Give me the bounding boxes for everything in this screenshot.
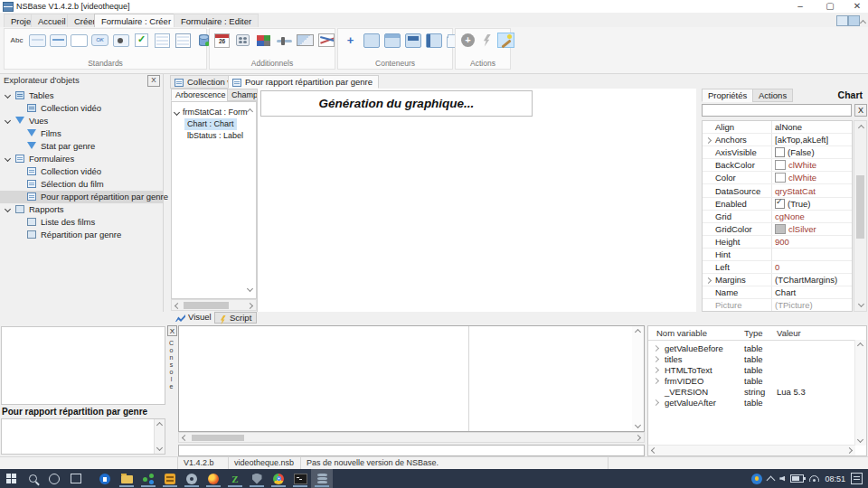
property-row-left[interactable]: Left0 — [703, 261, 852, 274]
label-tool-icon[interactable]: Abc — [8, 33, 25, 48]
col-type[interactable]: Type — [744, 328, 763, 338]
minimize-button[interactable]: – — [788, 0, 812, 13]
tab-formulaire-creer[interactable]: Formulaire : Créer — [94, 14, 178, 27]
property-row-align[interactable]: AlignalNone — [703, 121, 852, 134]
header-panel-icon[interactable] — [404, 33, 421, 48]
report-preview-panel[interactable] — [1, 326, 165, 405]
tree-item-films[interactable]: Films — [0, 127, 163, 140]
checkbox-checked[interactable] — [775, 199, 785, 209]
taskbar-app-firefox[interactable] — [203, 469, 224, 488]
tree-item-pour-rapport-repartition[interactable]: Pour rapport répartition par genre — [0, 191, 163, 203]
start-button[interactable] — [0, 469, 22, 488]
chart-tool-icon[interactable] — [317, 33, 335, 48]
tab-formulaire-editer[interactable]: Formulaire : Editer — [174, 14, 259, 27]
console-label[interactable]: Console — [168, 340, 175, 390]
tree-item-lbstatus[interactable]: lbStatus : Label — [187, 130, 243, 142]
taskbar-app-green-z[interactable]: Z — [224, 469, 246, 488]
taskbar-app-terminal[interactable] — [289, 469, 311, 488]
property-row-hint[interactable]: Hint — [703, 249, 852, 261]
variable-row[interactable]: getValueAftertable — [648, 398, 866, 408]
property-row-backcolor[interactable]: BackColorclWhite — [703, 159, 852, 172]
bottom-notes-panel[interactable] — [1, 418, 165, 455]
tree-item-vues[interactable]: Vues — [0, 115, 163, 127]
property-row-anchors[interactable]: Anchors[akTop,akLeft] — [703, 134, 852, 146]
variables-h-scrollbar[interactable] — [648, 445, 855, 455]
taskbar-app-explorer[interactable] — [116, 469, 137, 488]
property-row-height[interactable]: Height900 — [703, 236, 852, 249]
edit-field-icon[interactable] — [29, 33, 46, 48]
tree-item-formulaires[interactable]: Formulaires — [0, 153, 163, 165]
button-grid-icon[interactable] — [234, 33, 251, 48]
checkbox-unchecked[interactable] — [775, 147, 785, 157]
notes-scrollbar[interactable] — [154, 419, 165, 454]
property-search-input[interactable] — [702, 104, 852, 117]
slider-icon[interactable] — [276, 33, 293, 48]
list-box-icon[interactable] — [175, 33, 192, 48]
tree-item-collection-video-table[interactable]: Collection vidéo — [0, 102, 163, 115]
tree-item-rapports[interactable]: Rapports — [0, 203, 163, 216]
tree-scroll-down-icon[interactable] — [247, 286, 253, 292]
tree-item-selection-du-film[interactable]: Sélection du film — [0, 178, 163, 191]
property-row-enabled[interactable]: Enabled(True) — [703, 198, 852, 211]
wizard-action-icon[interactable] — [497, 33, 514, 48]
property-row-name[interactable]: NameChart — [703, 286, 852, 299]
script-editor[interactable] — [178, 325, 645, 432]
tray-clock[interactable]: 08:51 — [825, 474, 845, 483]
maximize-button[interactable]: ▢ — [818, 0, 842, 13]
group-box-icon[interactable] — [71, 33, 88, 48]
col-nom-variable[interactable]: Nom variable — [656, 328, 707, 338]
button-ok-icon[interactable]: OK — [91, 33, 108, 48]
tray-battery-icon[interactable] — [790, 474, 804, 483]
side-panel-icon[interactable] — [425, 33, 442, 48]
search-icon[interactable] — [22, 469, 43, 488]
tray-help-icon[interactable] — [751, 474, 762, 484]
console-close-button[interactable]: X — [167, 325, 177, 336]
editor-h-scrollbar[interactable] — [178, 432, 645, 443]
taskbar-app-nsbase[interactable] — [311, 469, 333, 488]
script-action-icon[interactable] — [478, 33, 495, 48]
doc-tab-pour-rapport[interactable]: Pour rapport répartition par genre — [228, 75, 379, 89]
variable-row[interactable]: _VERSIONstringLua 5.3 — [648, 387, 866, 398]
variable-row[interactable]: frmVIDEOtable — [648, 376, 866, 387]
calendar-icon[interactable]: 26 — [213, 33, 231, 48]
variable-row[interactable]: HTMLToTexttable — [648, 365, 866, 376]
variable-row[interactable]: getValueBeforetable — [648, 343, 866, 354]
checkbox-tool-icon[interactable] — [133, 33, 150, 48]
window-layout-icon[interactable] — [848, 15, 860, 26]
explorer-close-button[interactable]: X — [147, 75, 160, 87]
add-container-icon[interactable]: + — [342, 33, 359, 48]
editor-command-line[interactable] — [178, 445, 645, 456]
tree-item-stat-par-genre[interactable]: Stat par genre — [0, 140, 163, 153]
image-box-icon[interactable] — [297, 33, 314, 48]
tree-item-tables[interactable]: Tables — [0, 89, 163, 102]
property-search-clear-button[interactable]: X — [854, 104, 867, 117]
close-button[interactable]: ✕ — [845, 0, 868, 13]
editor-v-scrollbar[interactable] — [632, 326, 644, 431]
tree-item-liste-des-films[interactable]: Liste des films — [0, 216, 163, 229]
tree-item-repartition-par-genre[interactable]: Répartition par genre — [0, 229, 163, 241]
taskbar-app-lock[interactable] — [94, 469, 116, 488]
save-icon[interactable] — [836, 15, 848, 26]
property-row-datasource[interactable]: DataSourceqryStatCat — [703, 184, 852, 197]
tray-hidden-icons-chevron[interactable] — [767, 475, 776, 484]
structure-h-scrollbar[interactable] — [171, 299, 257, 311]
variable-row[interactable]: titlestable — [648, 354, 866, 365]
tab-proprietes[interactable]: Propriétés — [702, 89, 753, 102]
tab-arborescence[interactable]: Arborescence — [171, 89, 231, 101]
property-row-margins[interactable]: Margins(TChartMargins) — [703, 274, 852, 286]
tab-visuel[interactable]: Visuel — [174, 312, 216, 324]
taskbar-app-share[interactable] — [137, 469, 159, 488]
color-panel-icon[interactable] — [255, 33, 272, 48]
tray-network-icon[interactable] — [809, 475, 819, 482]
cortana-icon[interactable] — [43, 469, 65, 488]
string-grid-icon[interactable] — [154, 33, 171, 48]
property-row-gridcolor[interactable]: GridColorclSilver — [703, 223, 852, 236]
add-action-icon[interactable]: + — [459, 33, 476, 48]
taskbar-app-tiger[interactable] — [159, 469, 181, 488]
property-row-axisvisible[interactable]: AxisVisible(False) — [703, 146, 852, 159]
tray-volume-muted-icon[interactable]: × — [779, 475, 785, 482]
taskbar-app-defender[interactable] — [246, 469, 268, 488]
tree-item-chart[interactable]: Chart : Chart — [184, 118, 237, 130]
collapse-ribbon-icon[interactable] — [861, 17, 865, 27]
col-valeur[interactable]: Valeur — [777, 328, 801, 338]
